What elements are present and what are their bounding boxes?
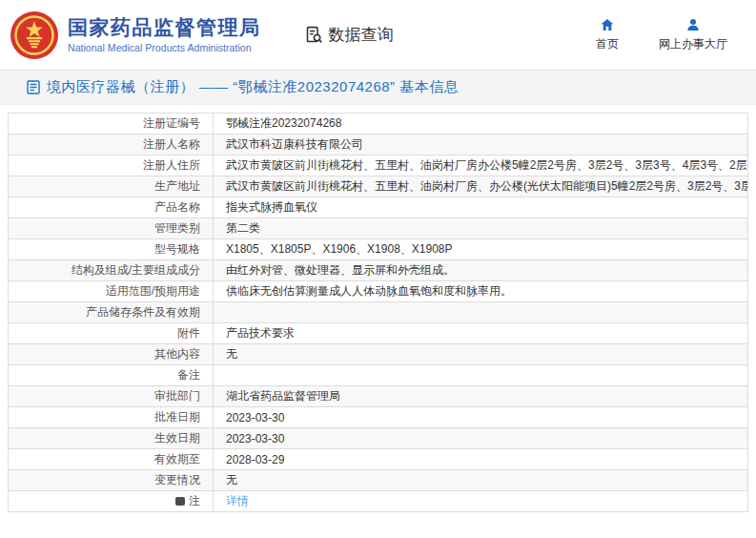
nav-item-home[interactable]: 首页 [584,17,630,52]
page-title: 境内医疗器械（注册） —— “鄂械注准20232074268” 基本信息 [47,78,459,96]
table-row: 结构及组成/主要组成成分由红外对管、微处理器、显示屏和外壳组成。 [9,260,748,281]
row-value: 武汉市黄陂区前川街桃花村、五里村、油岗村厂房办公楼5幢2层2号房、3层2号、3层… [214,155,748,176]
row-label: 注册人住所 [9,155,214,176]
row-value: 鄂械注准20232074268 [214,114,748,134]
row-value: 第二类 [214,218,748,239]
row-value: 武汉市科迈康科技有限公司 [214,134,748,155]
table-row: 注册人名称武汉市科迈康科技有限公司 [9,134,748,155]
document-search-icon [304,25,324,45]
row-label: 审批部门 [9,386,214,407]
comment-icon [175,497,185,506]
detail-link[interactable]: 详情 [226,494,249,507]
table-row: 注详情 [9,491,748,512]
table-row: 型号规格X1805、X1805P、X1906、X1908、X1908P [9,239,748,260]
table-row: 管理类别第二类 [9,218,748,239]
info-table-body: 注册证编号鄂械注准20232074268注册人名称武汉市科迈康科技有限公司注册人… [9,114,748,512]
row-label: 注册证编号 [9,114,214,134]
row-label: 生产地址 [9,176,214,197]
document-icon [27,80,40,94]
row-value: 产品技术要求 [214,323,748,344]
table-row: 附件产品技术要求 [9,323,748,344]
row-value: 2028-03-29 [214,449,748,470]
nav-item-service-hall[interactable]: 网上办事大厅 [659,17,727,52]
nav-item-label: 首页 [596,36,619,52]
table-row: 有效期至2028-03-29 [9,449,748,470]
registration-info-table: 注册证编号鄂械注准20232074268注册人名称武汉市科迈康科技有限公司注册人… [8,113,748,512]
row-value: 供临床无创估算测量成人人体动脉血氧饱和度和脉率用。 [214,281,748,302]
page-title-bar: 境内医疗器械（注册） —— “鄂械注准20232074268” 基本信息 [0,70,756,105]
table-row: 备注 [9,365,748,386]
table-row: 变更情况无 [9,470,748,491]
brand-title-cn: 国家药品监督管理局 [68,16,261,39]
row-value: 2023-03-30 [214,428,748,449]
home-icon [600,17,615,32]
table-row: 注册人住所武汉市黄陂区前川街桃花村、五里村、油岗村厂房办公楼5幢2层2号房、3层… [9,155,748,176]
header-nav: 首页 网上办事大厅 [584,17,727,52]
row-label: 管理类别 [9,218,214,239]
row-label: 产品名称 [9,197,214,218]
data-query-label: 数据查询 [329,24,394,46]
brand-text: 国家药品监督管理局 National Medical Products Admi… [68,16,261,53]
table-row: 审批部门湖北省药品监督管理局 [9,386,748,407]
row-label: 变更情况 [9,470,214,491]
table-row: 注册证编号鄂械注准20232074268 [9,114,748,134]
row-label: 适用范围/预期用途 [9,281,214,302]
table-row: 生产地址武汉市黄陂区前川街桃花村、五里村、油岗村厂房、办公楼(光伏太阳能项目)5… [9,176,748,197]
national-emblem-logo [10,10,59,60]
table-row: 适用范围/预期用途供临床无创估算测量成人人体动脉血氧饱和度和脉率用。 [9,281,748,302]
row-value: 无 [214,344,748,365]
brand: 国家药品监督管理局 National Medical Products Admi… [10,10,261,60]
row-label: 附件 [9,323,214,344]
row-label: 生效日期 [9,428,214,449]
table-row: 生效日期2023-03-30 [9,428,748,449]
row-label: 批准日期 [9,407,214,428]
row-label: 型号规格 [9,239,214,260]
row-label: 备注 [9,365,214,386]
row-value [214,365,748,386]
nav-item-label: 网上办事大厅 [659,36,727,52]
row-value [214,302,748,323]
row-label: 其他内容 [9,344,214,365]
row-value: 详情 [214,491,748,512]
row-label: 产品储存条件及有效期 [9,302,214,323]
row-label: 注 [9,491,214,512]
row-value: 无 [214,470,748,491]
row-label: 结构及组成/主要组成成分 [9,260,214,281]
site-header: 国家药品监督管理局 National Medical Products Admi… [0,0,756,70]
table-row: 产品名称指夹式脉搏血氧仪 [9,197,748,218]
row-value: 湖北省药品监督管理局 [214,386,748,407]
row-value: 由红外对管、微处理器、显示屏和外壳组成。 [214,260,748,281]
data-query-button[interactable]: 数据查询 [304,24,394,46]
row-value: 指夹式脉搏血氧仪 [214,197,748,218]
row-label: 注册人名称 [9,134,214,155]
user-icon [685,17,701,32]
brand-title-en: National Medical Products Administration [68,42,261,53]
table-row: 产品储存条件及有效期 [9,302,748,323]
registration-info-table-wrap: 注册证编号鄂械注准20232074268注册人名称武汉市科迈康科技有限公司注册人… [8,113,748,512]
row-label: 有效期至 [9,449,214,470]
row-value: 2023-03-30 [214,407,748,428]
row-value: X1805、X1805P、X1906、X1908、X1908P [214,239,748,260]
table-row: 批准日期2023-03-30 [9,407,748,428]
row-value: 武汉市黄陂区前川街桃花村、五里村、油岗村厂房、办公楼(光伏太阳能项目)5幢2层2… [214,176,748,197]
table-row: 其他内容无 [9,344,748,365]
